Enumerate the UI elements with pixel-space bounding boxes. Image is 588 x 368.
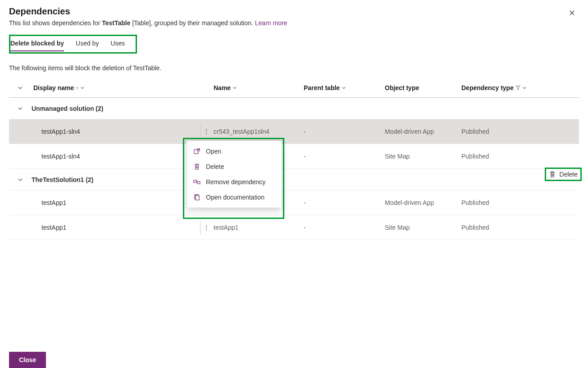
learn-more-link[interactable]: Learn more <box>255 19 287 27</box>
tab-delete-blocked-by[interactable]: Delete blocked by <box>10 37 64 51</box>
svg-point-4 <box>205 227 206 228</box>
subtitle-suffix: [Table], grouped by their managed soluti… <box>131 19 255 27</box>
filter-icon <box>515 85 520 90</box>
group-label-prefix: The <box>32 176 43 183</box>
svg-point-0 <box>205 129 206 130</box>
tab-used-by[interactable]: Used by <box>76 37 99 51</box>
table-row[interactable]: testApp1-sln4 ⋮ - Site Map Published <box>9 144 579 169</box>
group-row-unmanaged[interactable]: Unmanaged solution (2) <box>9 98 579 119</box>
tab-uses[interactable]: Uses <box>110 37 125 51</box>
table-header: Display name ↑ Name Parent table Object … <box>9 78 579 98</box>
col-display-name-label: Display name <box>33 84 74 91</box>
delete-icon <box>549 171 556 178</box>
col-parent-table[interactable]: Parent table <box>302 84 383 91</box>
group-row-thetestsolution1[interactable]: TheTestSolution1 (2) <box>9 169 579 191</box>
tab-description: The following items will block the delet… <box>9 64 579 72</box>
cell-parent-table: - <box>302 123 383 141</box>
svg-rect-7 <box>194 180 196 182</box>
col-display-name[interactable]: Display name ↑ <box>32 84 212 91</box>
menu-item-open[interactable]: Open <box>187 144 282 159</box>
delete-button-label: Delete <box>560 171 578 178</box>
group-delete-button[interactable]: Delete <box>545 168 582 181</box>
remove-dependency-icon <box>193 178 201 186</box>
close-button[interactable]: Close <box>9 352 46 368</box>
tab-bar: Delete blocked by Used by Uses <box>10 37 125 51</box>
svg-point-1 <box>205 131 206 132</box>
open-icon <box>193 148 201 155</box>
col-object-type-label: Object type <box>385 84 419 91</box>
table-row[interactable]: testApp1-sln4 cr543_testApp1sln4 - Model… <box>9 119 579 144</box>
svg-rect-10 <box>196 195 199 200</box>
cell-object-type: Site Map <box>383 218 460 236</box>
svg-point-2 <box>205 133 206 134</box>
chevron-down-icon <box>522 86 527 90</box>
svg-rect-8 <box>197 182 200 184</box>
group-label: TheTestSolution1 (2) <box>32 176 575 183</box>
chevron-down-icon <box>80 86 85 90</box>
expand-all-toggle[interactable] <box>9 85 32 91</box>
cell-name: testApp1 <box>212 218 302 236</box>
cell-parent-table: - <box>302 194 383 212</box>
cell-parent-table: - <box>302 147 383 165</box>
group-toggle[interactable] <box>9 106 32 111</box>
sort-ascending-icon: ↑ <box>76 85 78 91</box>
col-object-type[interactable]: Object type <box>383 84 460 91</box>
cell-display-name: testApp1-sln4 <box>41 128 80 135</box>
table-row[interactable]: testApp1 ⋮ - Model-driven App Published <box>9 191 579 215</box>
chevron-down-icon <box>232 86 237 90</box>
menu-item-label: Open <box>206 148 221 155</box>
menu-item-open-documentation[interactable]: Open documentation <box>187 190 282 205</box>
cell-name: cr543_testApp1sln4 <box>212 123 302 141</box>
col-name-label: Name <box>214 84 231 91</box>
svg-point-3 <box>205 225 206 226</box>
row-more-button[interactable] <box>200 221 212 234</box>
cell-display-name: testApp1 <box>41 224 66 231</box>
table-row[interactable]: testApp1 testApp1 - Site Map Published <box>9 215 579 240</box>
col-name[interactable]: Name <box>212 84 302 91</box>
subtitle-entity: TestTable <box>102 19 130 27</box>
col-dependency-type[interactable]: Dependency type <box>460 84 541 91</box>
svg-point-5 <box>205 229 206 230</box>
cell-display-name: testApp1-sln4 <box>41 153 80 160</box>
cell-object-type: Model-driven App <box>383 194 460 212</box>
svg-rect-6 <box>194 150 198 154</box>
cell-object-type: Model-driven App <box>383 123 460 141</box>
cell-dependency-type: Published <box>460 147 541 165</box>
col-parent-table-label: Parent table <box>304 84 340 91</box>
page-title: Dependencies <box>9 6 70 17</box>
row-more-button[interactable] <box>200 125 212 138</box>
chevron-down-icon <box>342 86 346 90</box>
group-label-rest: TestSolution1 (2) <box>43 176 94 183</box>
menu-item-label: Delete <box>206 163 224 170</box>
cell-object-type: Site Map <box>383 147 460 165</box>
group-label: Unmanaged solution (2) <box>32 105 575 112</box>
delete-icon <box>193 163 201 170</box>
cell-parent-table: - <box>302 218 383 236</box>
menu-item-label: Remove dependency <box>206 178 265 186</box>
cell-dependency-type: Published <box>460 218 541 236</box>
col-dependency-type-label: Dependency type <box>461 84 514 91</box>
menu-item-label: Open documentation <box>206 194 264 201</box>
group-toggle[interactable] <box>9 177 32 182</box>
menu-item-remove-dependency[interactable]: Remove dependency <box>187 174 282 190</box>
cell-dependency-type: Published <box>460 123 541 141</box>
menu-item-delete[interactable]: Delete <box>187 159 282 174</box>
cell-display-name: testApp1 <box>41 199 66 206</box>
page-subtitle: This list shows dependencies for TestTab… <box>9 19 579 27</box>
documentation-icon <box>193 194 201 201</box>
subtitle-prefix: This list shows dependencies for <box>9 19 102 27</box>
close-icon[interactable]: ✕ <box>565 7 579 19</box>
cell-dependency-type: Published <box>460 194 541 212</box>
tabs-highlight-box: Delete blocked by Used by Uses <box>9 35 137 54</box>
row-context-menu: Open Delete Remove dependency Open docum… <box>187 141 282 208</box>
